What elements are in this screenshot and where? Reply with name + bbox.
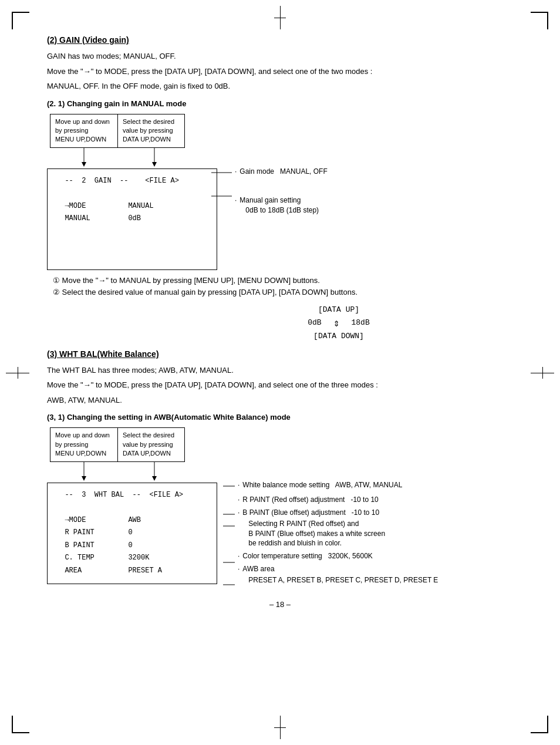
svg-marker-9: [152, 476, 157, 481]
wht-bal-note-1: · White balance mode setting AWB, ATW, M…: [238, 480, 513, 490]
gain-section: (2) GAIN (Video gain) GAIN has two modes…: [47, 35, 513, 341]
wht-bal-note-5: · AWB area PRESET A, PRESET B, PRESET C,…: [238, 564, 513, 585]
gain-note-1: · Gain mode MANUAL, OFF: [235, 167, 513, 177]
gain-note-spacer: [235, 179, 513, 195]
data-range-right: 18dB: [352, 318, 370, 327]
gain-para1: GAIN has two modes; MANUAL, OFF.: [47, 50, 513, 62]
gain-para3: MANUAL, OFF. In the OFF mode, gain is fi…: [47, 80, 513, 92]
gain-inst-box-right: Select the desired value by pressing DAT…: [117, 114, 185, 148]
gain-sub1-title: (2. 1) Changing gain in MANUAL mode: [47, 99, 513, 108]
gain-menu-line-3: →MODE MANUAL: [56, 200, 208, 213]
crosshair-left: [6, 367, 29, 379]
gain-menu-spacer3: [56, 251, 208, 264]
gain-inst-box-left: Move up and down by pressing MENU UP,DOW…: [50, 114, 117, 148]
page-number: – 18 –: [47, 600, 513, 609]
data-range-symbol: ⇕: [333, 316, 340, 329]
wht-bal-subsection1: (3, 1) Changing the setting in AWB(Autom…: [47, 413, 513, 588]
gain-step-1: ① Move the "→" to MANUAL by pressing [ME…: [53, 276, 513, 285]
wht-bal-menu-line-7: AREA PRESET A: [56, 565, 208, 578]
gain-menu-spacer: [56, 225, 208, 238]
gain-diagram-left: Move up and down by pressing MENU UP,DOW…: [47, 114, 229, 270]
wht-bal-sub1-title: (3, 1) Changing the setting in AWB(Autom…: [47, 413, 513, 422]
wht-bal-menu-line-1: -- 3 WHT BAL -- <FILE A>: [56, 489, 208, 502]
wht-bal-arrows-svg: [47, 462, 229, 483]
page: (2) GAIN (Video gain) GAIN has two modes…: [0, 0, 560, 745]
gain-title: (2) GAIN (Video gain): [47, 35, 513, 45]
wht-bal-diagram: Move up and down by pressing MENU UP,DOW…: [47, 427, 513, 588]
gain-steps: ① Move the "→" to MANUAL by pressing [ME…: [53, 276, 513, 296]
svg-marker-1: [82, 162, 86, 167]
svg-marker-3: [152, 162, 157, 167]
svg-marker-7: [82, 476, 86, 481]
gain-subsection1: (2. 1) Changing gain in MANUAL mode Move…: [47, 99, 513, 341]
gain-menu-line-2: [56, 187, 208, 200]
gain-step-2: ② Select the desired value of manual gai…: [53, 288, 513, 296]
wht-bal-para2: Move the "→" to MODE, press the [DATA UP…: [47, 379, 513, 391]
corner-mark-br: [531, 716, 548, 733]
gain-notes: · Gain mode MANUAL, OFF · Manual gain se…: [235, 167, 513, 218]
gain-menu-box: -- 2 GAIN -- <FILE A> →MODE MANUAL MANUA…: [47, 168, 217, 270]
wht-bal-para1: The WHT BAL has three modes; AWB, ATW, M…: [47, 365, 513, 376]
wht-bal-section: (3) WHT BAL(White Balance) The WHT BAL h…: [47, 349, 513, 588]
wht-bal-inst-box-left: Move up and down by pressing MENU UP,DOW…: [50, 427, 117, 461]
wht-bal-menu-line-3: →MODE AWB: [56, 514, 208, 527]
corner-mark-bl: [12, 716, 29, 733]
corner-mark-tr: [531, 12, 548, 29]
crosshair-bottom: [274, 716, 286, 739]
wht-bal-notes: · White balance mode setting AWB, ATW, M…: [238, 480, 513, 588]
wht-bal-note-2: · R PAINT (Red offset) adjustment -10 to…: [238, 495, 513, 505]
data-range-row: 0dB ⇕ 18dB: [164, 316, 513, 329]
gain-menu-line-4: MANUAL 0dB: [56, 213, 208, 225]
data-up-label: [DATA UP]: [164, 305, 513, 314]
wht-bal-menu-line-5: B PAINT 0: [56, 540, 208, 552]
wht-bal-note-3: · B PAINT (Blue offset) adjustment -10 t…: [238, 508, 513, 548]
gain-menu-spacer2: [56, 238, 208, 251]
wht-bal-para3: AWB, ATW, MANUAL.: [47, 395, 513, 406]
wht-bal-diagram-left: Move up and down by pressing MENU UP,DOW…: [47, 427, 229, 584]
corner-mark-tl: [12, 12, 29, 29]
gain-diagram: Move up and down by pressing MENU UP,DOW…: [47, 114, 513, 270]
wht-bal-inst-box-right: Select the desired value by pressing DAT…: [117, 427, 185, 461]
wht-bal-menu-line-2: [56, 501, 208, 514]
gain-note-2: · Manual gain setting0dB to 18dB (1dB st…: [235, 195, 513, 215]
gain-arrows-svg: [47, 148, 229, 168]
data-range-box: [DATA UP] 0dB ⇕ 18dB [DATA DOWN]: [164, 305, 513, 341]
wht-bal-note-4: · Color temperature setting 3200K, 5600K: [238, 551, 513, 561]
wht-bal-menu-box: -- 3 WHT BAL -- <FILE A> →MODE AWB R PAI…: [47, 483, 217, 584]
wht-bal-menu-line-4: R PAINT 0: [56, 527, 208, 540]
wht-bal-menu-line-6: C. TEMP 3200K: [56, 552, 208, 565]
wht-bal-title: (3) WHT BAL(White Balance): [47, 349, 513, 359]
gain-para2: Move the "→" to MODE, press the [DATA UP…: [47, 66, 513, 77]
data-down-label: [DATA DOWN]: [164, 332, 513, 341]
crosshair-top: [274, 6, 286, 29]
data-range-left: 0dB: [308, 318, 321, 327]
crosshair-right: [531, 367, 554, 379]
gain-menu-line-1: -- 2 GAIN -- <FILE A>: [56, 175, 208, 188]
